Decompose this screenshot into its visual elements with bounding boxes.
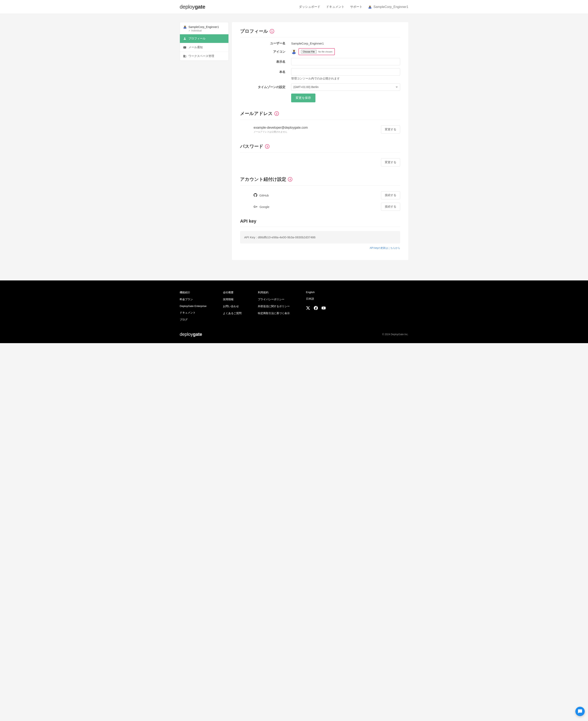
email-value: example-developer@deploygate.com: [254, 126, 381, 129]
connect-github-button[interactable]: 接続する: [381, 191, 400, 199]
choose-file-button[interactable]: Choose File: [301, 50, 317, 54]
api-key-box: API Key : d86dfb10-e98a-4e00-9b3a-0830b2…: [240, 231, 400, 244]
badge-2: 2: [274, 111, 279, 116]
email-note: メールアドレスは公開されません: [254, 130, 381, 133]
avatar-preview: [291, 49, 296, 54]
sidebar-item-profile[interactable]: プロフィール: [180, 34, 229, 43]
avatar-icon: [368, 5, 372, 9]
footer-lang-japanese[interactable]: 日本語: [306, 297, 326, 301]
footer-lang-english[interactable]: English: [306, 291, 326, 294]
file-upload-box: Choose File No file chosen: [298, 48, 335, 55]
badge-3: 3: [265, 144, 270, 149]
footer-link[interactable]: プライバシーポリシー: [258, 297, 290, 301]
timezone-label: タイムゾーンの設定: [240, 85, 291, 89]
mail-icon: [183, 46, 186, 49]
main-content: プロフィール 1 ユーザー名 SampleCorp_Enginner1 アイコン…: [232, 22, 408, 260]
sidebar-user: SampleCorp_Enginner1: [183, 25, 225, 29]
nav-user-name: SampleCorp_Enginner1: [373, 5, 408, 9]
main-header: deploygate ダッシュボード ドキュメント サポート SampleCor…: [0, 0, 588, 14]
accounts-title: アカウント紐付け設定 4: [240, 176, 400, 185]
real-name-input[interactable]: [291, 68, 400, 76]
footer-link[interactable]: お問い合わせ: [223, 305, 241, 308]
connect-google-button[interactable]: 接続する: [381, 203, 400, 211]
profile-title: プロフィール 1: [240, 28, 400, 37]
sidebar-item-label: ワークスペース管理: [188, 54, 214, 58]
building-icon: [183, 55, 186, 58]
footer-link[interactable]: よくあるご質問: [223, 311, 241, 315]
nav-dashboard[interactable]: ダッシュボード: [299, 5, 320, 9]
footer-link[interactable]: ブログ: [180, 318, 207, 322]
file-status: No file chosen: [318, 50, 333, 53]
youtube-icon[interactable]: [321, 306, 326, 311]
nav-user[interactable]: SampleCorp_Enginner1: [368, 5, 408, 9]
real-name-label: 本名: [240, 68, 291, 74]
password-title: パスワード 3: [240, 143, 400, 152]
timezone-select[interactable]: (GMT+01:00) Berlin: [291, 83, 400, 91]
footer-link[interactable]: DeployGate Enterprise: [180, 305, 207, 308]
footer-link[interactable]: 会社概要: [223, 291, 241, 294]
real-name-help: 管理コンソール内でのみ公開されます: [291, 77, 400, 81]
save-button[interactable]: 変更を保存: [291, 94, 315, 102]
username-value: SampleCorp_Enginner1: [291, 42, 400, 45]
change-password-button[interactable]: 変更する: [381, 158, 400, 166]
badge-4: 4: [288, 177, 292, 182]
nav-support[interactable]: サポート: [350, 5, 362, 9]
email-title: メールアドレス 2: [240, 110, 400, 120]
sidebar-plan: ✓ Individual: [188, 29, 225, 32]
api-refresh-link[interactable]: API keyの更新はこちらから: [370, 247, 400, 249]
main-nav: ダッシュボード ドキュメント サポート SampleCorp_Enginner1: [299, 5, 408, 9]
logo[interactable]: deploygate: [180, 4, 205, 10]
footer: 機能紹介 料金プラン DeployGate Enterprise ドキュメント …: [0, 281, 588, 343]
footer-link[interactable]: 利用規約: [258, 291, 290, 294]
sidebar-item-workspace[interactable]: ワークスペース管理: [180, 52, 229, 60]
footer-logo: deploygate: [180, 332, 202, 337]
icon-label: アイコン: [240, 50, 291, 54]
copyright: © 2024 DeployGate Inc.: [382, 333, 408, 336]
footer-link[interactable]: 外部送信に関するポリシー: [258, 305, 290, 308]
check-icon: ✓: [188, 29, 190, 32]
facebook-icon[interactable]: [314, 306, 318, 311]
footer-link[interactable]: ドキュメント: [180, 311, 207, 314]
username-label: ユーザー名: [240, 41, 291, 45]
sidebar-item-label: メール通知: [188, 45, 203, 49]
display-name-input[interactable]: [291, 58, 400, 65]
footer-link[interactable]: 機能紹介: [180, 291, 207, 294]
change-email-button[interactable]: 変更する: [381, 125, 400, 133]
x-icon[interactable]: [306, 306, 310, 311]
api-title: API key: [240, 219, 400, 227]
display-name-label: 表示名: [240, 60, 291, 64]
user-icon: [183, 37, 186, 40]
nav-documents[interactable]: ドキュメント: [326, 5, 344, 9]
google-icon: G+: [254, 205, 257, 208]
sidebar: SampleCorp_Enginner1 ✓ Individual プロフィール…: [180, 22, 229, 61]
google-label: Google: [259, 205, 269, 208]
sidebar-item-mail[interactable]: メール通知: [180, 43, 229, 52]
sidebar-item-label: プロフィール: [188, 37, 206, 40]
github-label: GitHub: [259, 193, 269, 197]
footer-link[interactable]: 料金プラン: [180, 297, 207, 301]
github-icon: [254, 193, 257, 198]
footer-link[interactable]: 採用情報: [223, 297, 241, 301]
badge-1: 1: [270, 29, 274, 34]
avatar-icon: [183, 25, 187, 29]
footer-link[interactable]: 特定商取引法に基づく表示: [258, 311, 290, 315]
